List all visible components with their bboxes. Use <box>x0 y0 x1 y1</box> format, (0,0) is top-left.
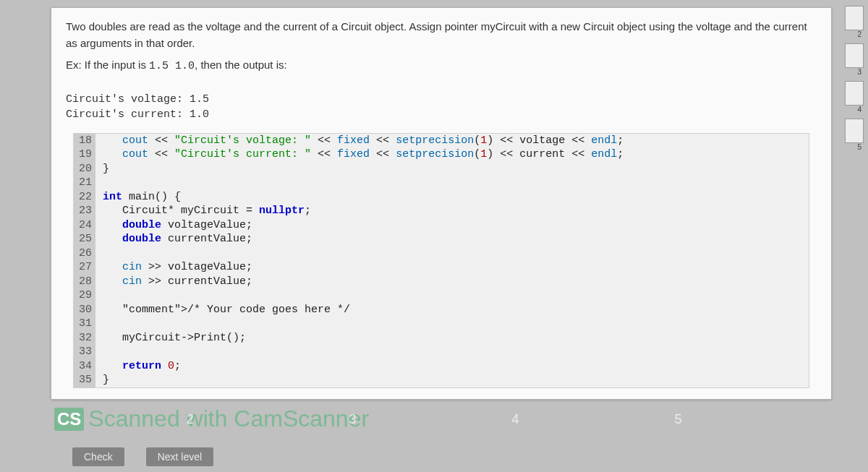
line-number: 20 <box>74 162 95 176</box>
line-number: 29 <box>74 288 95 303</box>
example-output: Circuit's voltage: 1.5 Circuit's current… <box>51 88 831 133</box>
line-number: 22 <box>74 190 95 205</box>
page-num: 5 <box>674 412 681 427</box>
code-text[interactable] <box>95 345 109 359</box>
code-text[interactable]: cout << "Circuit's current: " << fixed <… <box>95 147 624 162</box>
camscanner-watermark: CS Scanned with CamScanner <box>54 406 369 432</box>
code-line[interactable]: 31 <box>74 317 809 331</box>
code-text[interactable]: cin >> voltageValue; <box>95 260 252 275</box>
instruction-block: Two doubles are read as the voltage and … <box>51 8 831 88</box>
line-number: 32 <box>74 331 95 346</box>
code-line[interactable]: 25 double currentValue; <box>74 232 809 246</box>
line-number: 34 <box>74 359 95 374</box>
button-row: Check Next level <box>72 447 213 466</box>
code-line[interactable]: 27 cin >> voltageValue; <box>74 260 809 275</box>
line-number: 24 <box>74 218 95 233</box>
line-number: 26 <box>74 246 95 261</box>
page-thumbnails: 2 3 4 5 <box>845 6 864 143</box>
line-number: 31 <box>74 317 95 331</box>
line-number: 23 <box>74 204 95 218</box>
code-line[interactable]: 20} <box>74 162 809 176</box>
code-line[interactable]: 24 double voltageValue; <box>74 218 809 233</box>
watermark-text: Scanned with CamScanner <box>88 406 369 432</box>
code-line[interactable]: 22int main() { <box>74 190 809 205</box>
code-editor[interactable]: 18 cout << "Circuit's voltage: " << fixe… <box>73 133 809 388</box>
code-line[interactable]: 32 myCircuit->Print(); <box>74 331 809 346</box>
exercise-panel: Two doubles are read as the voltage and … <box>51 7 832 400</box>
code-text[interactable]: myCircuit->Print(); <box>95 331 246 346</box>
line-number: 30 <box>74 303 95 317</box>
code-line[interactable]: 23 Circuit* myCircuit = nullptr; <box>74 204 809 218</box>
cs-badge: CS <box>54 408 84 431</box>
output-line-2: Circuit's current: 1.0 <box>66 107 817 122</box>
code-text[interactable]: cin >> currentValue; <box>95 275 252 289</box>
instruction-text-1: Two doubles are read as the voltage and … <box>66 19 817 51</box>
code-text[interactable] <box>95 176 109 190</box>
next-level-button[interactable]: Next level <box>146 447 213 466</box>
page-num: 4 <box>511 412 519 427</box>
thumbnail[interactable]: 5 <box>845 119 864 143</box>
code-line[interactable]: 33 <box>74 345 809 359</box>
code-text[interactable] <box>95 317 109 331</box>
code-text[interactable]: double currentValue; <box>95 232 252 246</box>
code-text[interactable]: return 0; <box>95 359 181 374</box>
output-line-1: Circuit's voltage: 1.5 <box>66 92 817 107</box>
code-text[interactable]: "comment">/* Your code goes here */ <box>95 303 350 317</box>
code-line[interactable]: 18 cout << "Circuit's voltage: " << fixe… <box>74 134 809 148</box>
line-number: 35 <box>74 373 95 387</box>
thumbnail[interactable]: 4 <box>845 81 864 106</box>
line-number: 18 <box>74 134 95 148</box>
code-line[interactable]: 34 return 0; <box>74 359 809 374</box>
code-text[interactable]: cout << "Circuit's voltage: " << fixed <… <box>95 134 624 148</box>
code-text[interactable]: Circuit* myCircuit = nullptr; <box>95 204 311 218</box>
line-number: 28 <box>74 275 95 289</box>
line-number: 25 <box>74 232 95 246</box>
code-line[interactable]: 26 <box>74 246 809 261</box>
code-text[interactable]: } <box>95 373 109 387</box>
line-number: 27 <box>74 260 95 275</box>
code-text[interactable] <box>95 246 109 261</box>
code-line[interactable]: 35} <box>74 373 809 387</box>
thumbnail[interactable]: 3 <box>845 43 864 68</box>
code-text[interactable]: } <box>95 162 109 176</box>
line-number: 21 <box>74 176 95 190</box>
code-text[interactable] <box>95 288 109 303</box>
code-line[interactable]: 29 <box>74 288 809 303</box>
code-line[interactable]: 28 cin >> currentValue; <box>74 275 809 289</box>
line-number: 33 <box>74 345 95 359</box>
instruction-text-2: Ex: If the input is 1.5 1.0, then the ou… <box>66 57 817 75</box>
code-text[interactable]: int main() { <box>95 190 181 205</box>
line-number: 19 <box>74 147 95 162</box>
code-line[interactable]: 21 <box>74 176 809 190</box>
code-line[interactable]: 19 cout << "Circuit's current: " << fixe… <box>74 147 809 162</box>
code-text[interactable]: double voltageValue; <box>95 218 252 233</box>
thumbnail[interactable]: 2 <box>845 6 864 30</box>
check-button[interactable]: Check <box>72 447 124 466</box>
code-line[interactable]: 30 "comment">/* Your code goes here */ <box>74 303 809 317</box>
